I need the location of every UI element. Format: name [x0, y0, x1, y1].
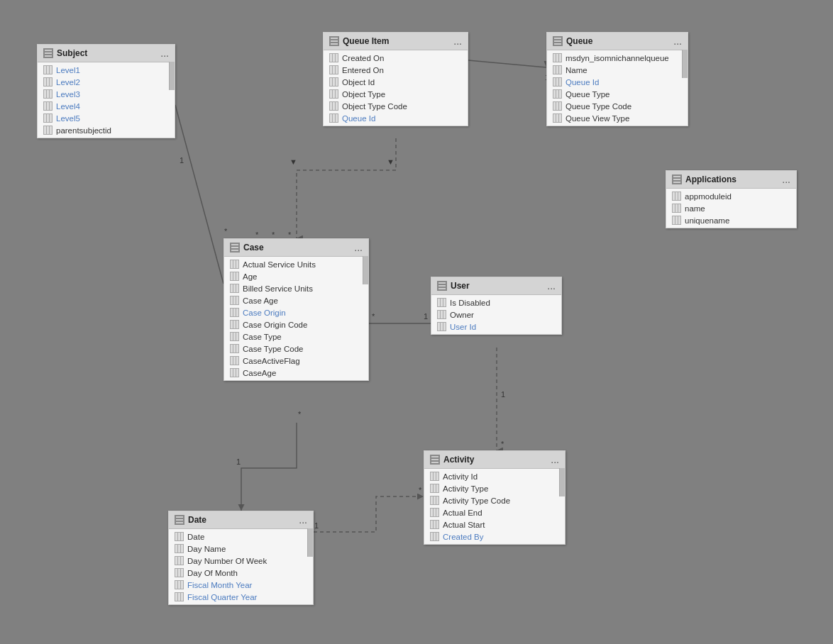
field-icon: [430, 484, 439, 493]
entity-user-title: User: [451, 281, 470, 291]
list-item: Object Id: [324, 76, 468, 88]
list-item: Fiscal Quarter Year: [169, 591, 313, 603]
scroll-bar[interactable]: [682, 50, 688, 78]
list-item: Level5: [38, 112, 175, 124]
field-label: CaseActiveFlag: [243, 357, 300, 365]
field-label: Created By: [443, 533, 484, 541]
field-icon: [672, 191, 681, 201]
list-item: Object Type Code: [324, 100, 468, 112]
entity-activity-menu[interactable]: ...: [551, 454, 559, 465]
table-icon-case: [230, 243, 240, 252]
field-icon: [230, 356, 239, 365]
svg-text:1: 1: [236, 457, 241, 466]
list-item: Fiscal Month Year: [169, 579, 313, 591]
entity-subject-title: Subject: [57, 48, 87, 58]
list-item: Level4: [38, 100, 175, 112]
list-item: msdyn_isomnichannelqueue: [547, 52, 688, 64]
field-icon: [230, 368, 239, 377]
field-label: Fiscal Quarter Year: [187, 593, 257, 601]
entity-queue-item-menu[interactable]: ...: [453, 35, 462, 47]
list-item: Case Origin: [224, 306, 368, 318]
entity-date-title: Date: [188, 515, 206, 525]
list-item: appmoduleid: [666, 190, 796, 202]
list-item: Queue Id: [324, 112, 468, 124]
field-icon: [43, 101, 53, 111]
entity-queue-menu[interactable]: ...: [673, 35, 682, 47]
field-label: Level5: [56, 114, 80, 123]
list-item: Queue Type: [547, 88, 688, 100]
field-label: Actual Start: [443, 521, 485, 529]
field-icon: [430, 508, 439, 517]
field-icon: [230, 332, 239, 341]
field-label: Created On: [342, 54, 384, 62]
svg-text:1: 1: [501, 390, 505, 399]
entity-case-menu[interactable]: ...: [354, 242, 363, 253]
field-label: Activity Id: [443, 472, 478, 481]
field-icon: [230, 260, 239, 269]
field-label: Queue Id: [342, 114, 375, 123]
table-icon-user: [437, 281, 447, 291]
entity-queue-body: msdyn_isomnichannelqueue Name Queue Id Q…: [547, 50, 688, 126]
list-item: Object Type: [324, 88, 468, 100]
svg-text:*: *: [501, 440, 504, 448]
field-label: Owner: [450, 311, 474, 319]
field-label: Day Number Of Week: [187, 557, 267, 565]
list-item: Level3: [38, 88, 175, 100]
list-item: Day Number Of Week: [169, 555, 313, 567]
entity-applications-menu[interactable]: ...: [782, 174, 790, 185]
field-label: Object Id: [342, 78, 375, 87]
field-label: Activity Type Code: [443, 496, 510, 505]
scroll-bar[interactable]: [169, 62, 175, 90]
scroll-bar[interactable]: [363, 256, 368, 284]
list-item: Queue Id: [547, 76, 688, 88]
field-icon: [553, 53, 562, 62]
list-item: uniquename: [666, 214, 796, 226]
entity-case-body: Actual Service Units Age Billed Service …: [224, 257, 368, 380]
field-label: Actual Service Units: [243, 260, 316, 269]
field-icon: [329, 77, 338, 87]
entity-subject-body: Level1 Level2 Level3 Level4 Level5 paren…: [38, 62, 175, 138]
list-item: CaseActiveFlag: [224, 355, 368, 367]
field-label: Name: [566, 66, 587, 74]
field-icon: [43, 77, 53, 87]
entity-case: Case ... Actual Service Units Age Billed…: [224, 238, 369, 381]
field-icon: [175, 556, 184, 565]
list-item: Created On: [324, 52, 468, 64]
svg-text:*: *: [419, 486, 422, 494]
table-icon-date: [175, 515, 184, 525]
entity-user: User ... Is Disabled Owner User Id: [431, 277, 562, 335]
entity-user-menu[interactable]: ...: [547, 280, 556, 292]
field-icon: [175, 568, 184, 577]
field-label: Age: [243, 272, 257, 281]
field-label: Actual End: [443, 509, 482, 517]
entity-queue-item: Queue Item ... Created On Entered On Obj…: [323, 32, 468, 126]
field-icon: [672, 216, 681, 225]
list-item: Day Name: [169, 543, 313, 555]
field-label: Queue Type Code: [566, 102, 631, 111]
field-icon: [175, 532, 184, 541]
field-label: Object Type: [342, 90, 385, 99]
entity-subject-menu[interactable]: ...: [160, 48, 169, 59]
scroll-bar[interactable]: [307, 528, 313, 557]
list-item: Queue View Type: [547, 112, 688, 124]
field-label: Activity Type: [443, 484, 488, 493]
field-icon: [230, 296, 239, 305]
field-icon: [430, 472, 439, 481]
table-icon-queue: [553, 36, 563, 46]
entity-subject-header: Subject ...: [38, 45, 175, 62]
entity-case-header: Case ...: [224, 239, 368, 257]
entity-applications: Applications ... appmoduleid name unique…: [666, 170, 797, 228]
field-icon: [329, 101, 338, 111]
field-label: parentsubjectid: [56, 126, 111, 135]
field-icon: [43, 126, 53, 135]
list-item: Date: [169, 531, 313, 543]
svg-text:▼: ▼: [289, 157, 297, 166]
field-icon: [230, 308, 239, 317]
scroll-bar[interactable]: [559, 468, 565, 496]
entity-date-menu[interactable]: ...: [299, 514, 307, 526]
field-label: uniquename: [685, 216, 729, 225]
list-item: CaseAge: [224, 367, 368, 379]
field-label: Queue Type: [566, 90, 609, 99]
field-icon: [672, 204, 681, 213]
field-label: Case Type Code: [243, 345, 303, 353]
